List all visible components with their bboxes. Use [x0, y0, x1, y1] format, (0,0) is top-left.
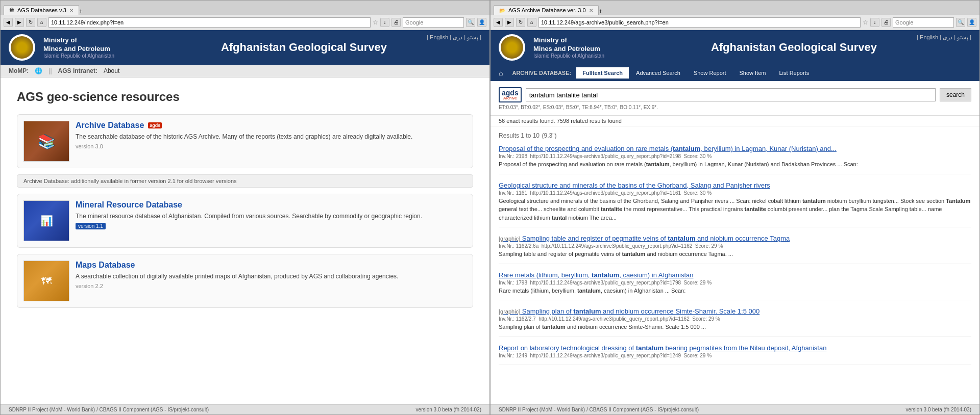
left-nav-about[interactable]: About [104, 67, 119, 74]
right-home-btn[interactable]: ⌂ [527, 18, 536, 27]
right-result-5-snippet: Sampling plan of tantalum and niobium oc… [499, 323, 971, 331]
right-result-5-title[interactable]: [graphic] Sampling plan of tantalum and … [499, 307, 971, 315]
right-result-5-meta: Inv.Nr.: 1162/2.7 http://10.11.12.249/ag… [499, 316, 971, 322]
right-results-heading: Results 1 to 10 (9.3") [499, 131, 971, 140]
left-header-title: Afghanistan Geological Survey [127, 41, 481, 54]
left-address-bar[interactable] [48, 17, 371, 28]
right-archive-home-btn[interactable]: ⌂ [495, 67, 507, 79]
right-forward-btn[interactable]: ▶ [505, 18, 514, 27]
right-active-tab[interactable]: 📂 AGS Archive Database ver. 3.0 ✕ [494, 5, 599, 15]
right-archive-nav-label: ARCHIVE DATABASE: [508, 68, 575, 78]
right-header-lang: | English | پښتو | دری | [917, 34, 971, 41]
right-tab-favicon: 📂 [499, 8, 505, 13]
right-browser-window: 📂 AGS Archive Database ver. 3.0 ✕ + ◀ ▶ … [490, 0, 980, 415]
right-result-4-snippet: Rare metals (lithium, beryllium, tantalu… [499, 287, 971, 295]
right-result-2-title[interactable]: Geological structure and minerals of the… [499, 181, 971, 189]
left-tab-title: AGS Databases v.3 [17, 7, 66, 13]
left-maps-version: version 2.2 [76, 283, 467, 289]
left-tab-bar: 🏛 AGS Databases v.3 ✕ + [1, 1, 489, 15]
left-mineral-card[interactable]: 📊 Mineral Resource Database The mineral … [17, 194, 473, 248]
right-footer-right: version 3.0 beta (fh 2014-03) [906, 407, 971, 412]
right-search-bar[interactable] [893, 17, 954, 28]
left-print-icon: 🖨 [391, 18, 401, 27]
right-search-hints: ET:0.03*, BT:0.02*, ES:0.03*, BS:0*, TE:… [499, 105, 971, 110]
left-maps-card[interactable]: 🗺 Maps Database A searchable collection … [17, 254, 473, 308]
right-tab-title: AGS Archive Database ver. 3.0 [508, 7, 586, 13]
right-tab-close[interactable]: ✕ [589, 8, 593, 13]
right-search-area: agds Archive search ET:0.03*, BT:0.02*, … [491, 81, 979, 116]
right-result-2-meta: Inv.Nr.: 1161 http://10.11.12.249/ags-ar… [499, 190, 971, 196]
left-header-org: Ministry of Mines and Petroleum Islamic … [43, 36, 114, 59]
left-search-go[interactable]: 🔍 [466, 18, 475, 27]
left-archive-thumb: 📚 [23, 121, 69, 162]
left-tab-close[interactable]: ✕ [69, 8, 74, 13]
right-result-1-title[interactable]: Proposal of the prospecting and evaluati… [499, 145, 971, 152]
left-mineral-thumb-img: 📊 [24, 201, 69, 241]
left-site-footer: SDNRP II Project (MoM - World Bank) / CB… [1, 404, 489, 414]
left-new-tab-btn[interactable]: + [79, 8, 83, 15]
right-site-footer: SDNRP II Project (MoM - World Bank) / CB… [491, 404, 979, 414]
right-tab-bar: 📂 AGS Archive Database ver. 3.0 ✕ + [491, 1, 979, 15]
left-archive-name: Archive Database agds [76, 121, 467, 130]
left-nav-ags-label: AGS Intranet: [58, 67, 97, 74]
left-maps-name: Maps Database [76, 261, 467, 270]
left-bookmark-icon[interactable]: ☆ [373, 19, 378, 26]
right-print-icon: 🖨 [881, 18, 891, 27]
right-address-bar[interactable] [538, 17, 861, 28]
left-mineral-name: Mineral Resource Database [76, 200, 467, 210]
left-reload-btn[interactable]: ↻ [26, 18, 35, 27]
left-archive-card[interactable]: 📚 Archive Database agds The searchable d… [17, 114, 473, 168]
right-reload-btn[interactable]: ↻ [516, 18, 525, 27]
left-site-nav: MoMP: 🌐 || AGS Intranet: About [1, 65, 489, 77]
left-archive-version: version 3.0 [76, 143, 467, 149]
left-logo-eagle [11, 36, 33, 59]
left-active-tab[interactable]: 🏛 AGS Databases v.3 ✕ [4, 5, 79, 15]
right-back-btn[interactable]: ◀ [494, 18, 503, 27]
left-also-available: Archive Database: additionally available… [17, 174, 473, 188]
right-search-go[interactable]: 🔍 [956, 18, 965, 27]
right-result-2: Geological structure and minerals of the… [499, 181, 971, 228]
left-mineral-version: version 1.1 [76, 223, 467, 229]
left-user-icon[interactable]: 👤 [477, 18, 486, 27]
left-search-bar[interactable] [403, 17, 464, 28]
right-result-4-meta: Inv.Nr.: 1798 http://10.11.12.249/ags-ar… [499, 280, 971, 286]
right-search-btn[interactable]: search [940, 88, 971, 101]
left-maps-thumb-img: 🗺 [24, 261, 69, 301]
right-result-6-title[interactable]: Report on laboratory technological dress… [499, 344, 971, 352]
right-org-name: Ministry of Mines and Petroleum [533, 36, 604, 54]
left-forward-btn[interactable]: ▶ [15, 18, 24, 27]
right-archive-nav: ⌂ ARCHIVE DATABASE: Fulltext Search Adva… [491, 65, 979, 81]
left-archive-thumb-img: 📚 [24, 121, 69, 161]
left-mineral-thumb: 📊 [23, 200, 69, 241]
right-search-input[interactable] [526, 88, 936, 101]
right-browser-toolbar: ◀ ▶ ↻ ⌂ ☆ ↓ 🖨 🔍 👤 [491, 15, 979, 30]
right-site-content: Ministry of Mines and Petroleum Islamic … [491, 30, 979, 414]
right-results-summary: 56 exact results found. 7598 related res… [491, 116, 979, 126]
left-download-icon: ↓ [380, 18, 389, 27]
left-home-btn[interactable]: ⌂ [37, 18, 46, 27]
left-browser-toolbar: ◀ ▶ ↻ ⌂ ☆ ↓ 🖨 🔍 👤 [1, 15, 489, 30]
right-new-tab-btn[interactable]: + [599, 8, 602, 15]
right-result-4: Rare metals (lithium, beryllium, tantalu… [499, 271, 971, 301]
right-search-row: agds Archive search [499, 87, 971, 102]
left-maps-thumb: 🗺 [23, 261, 69, 301]
left-mineral-info: Mineral Resource Database The mineral re… [76, 200, 467, 229]
right-tab-show-item[interactable]: Show Item [733, 67, 772, 79]
right-result-2-snippet: Geological structure and minerals of the… [499, 197, 971, 222]
right-result-4-title[interactable]: Rare metals (lithium, beryllium, tantalu… [499, 271, 971, 279]
right-result-1: Proposal of the prospecting and evaluati… [499, 145, 971, 174]
right-user-icon[interactable]: 👤 [967, 18, 976, 27]
right-tab-advanced[interactable]: Advanced Search [630, 67, 687, 79]
left-footer-right: version 3.0 beta (fh 2014-02) [416, 407, 481, 412]
right-tab-show-report[interactable]: Show Report [688, 67, 732, 79]
left-nav-globe-icon[interactable]: 🌐 [35, 67, 42, 74]
left-header-lang: | English | پښتو | دری | [427, 34, 481, 41]
right-bookmark-icon[interactable]: ☆ [863, 19, 868, 26]
right-result-3-title[interactable]: [graphic] Sampling table and register of… [499, 235, 971, 242]
left-archive-info: Archive Database agds The searchable dat… [76, 121, 467, 149]
right-site-header: Ministry of Mines and Petroleum Islamic … [491, 30, 979, 65]
left-back-btn[interactable]: ◀ [4, 18, 13, 27]
right-tab-fulltext[interactable]: Fulltext Search [576, 67, 629, 79]
right-tab-list-reports[interactable]: List Reports [773, 67, 815, 79]
right-org-sub: Islamic Republic of Afghanistan [533, 53, 604, 59]
